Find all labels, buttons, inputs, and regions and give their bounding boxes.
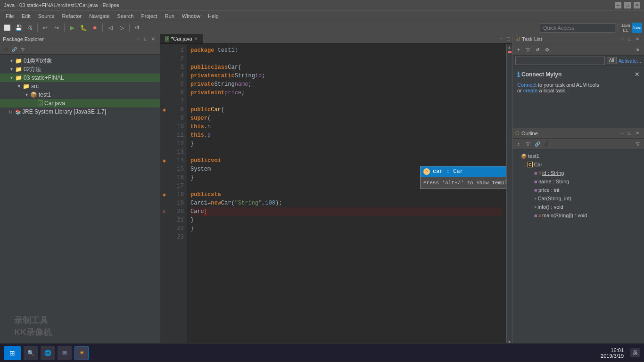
task-new-button[interactable]: + (514, 46, 523, 54)
pkg-icon-test1: 📦 (30, 91, 37, 98)
connect-mylyn-close-button[interactable]: ✕ (635, 71, 639, 78)
activate-button[interactable]: Activate... (619, 58, 641, 64)
tree-item-test1[interactable]: ▼ 📦 test1 (0, 90, 160, 99)
task-settings-button[interactable]: ⚙ (543, 46, 551, 54)
gutter-18: ◆ (163, 190, 166, 199)
tree-item-src[interactable]: ▼ 📁 src (0, 82, 160, 90)
outline-menu-button[interactable]: ▽ (634, 140, 642, 148)
outline-filter-button[interactable]: ▽ (524, 140, 532, 148)
outline-sync-button[interactable]: 🔗 (533, 140, 542, 148)
menu-help[interactable]: Help (204, 12, 223, 20)
outline-sort-button[interactable]: ↕ (514, 140, 523, 148)
gutter-14: ◆ (163, 156, 166, 165)
collapse-all-button[interactable]: ⬛ (2, 46, 9, 53)
refresh-button[interactable]: ↺ (132, 23, 142, 33)
tree-label-jre: JRE System Library [JavaSE-1.7] (22, 108, 106, 115)
code-line-1: package test1; (190, 46, 503, 55)
toolbar-sep-4 (129, 24, 130, 32)
outline-item-constructor[interactable]: ● Car(String, int) (512, 194, 644, 203)
outline-close-button[interactable]: ✕ (634, 130, 641, 137)
taskbar-lang-button[interactable]: 英 (630, 348, 640, 357)
code-content[interactable]: package test1; public class Car { privat… (187, 44, 506, 345)
outline-item-main[interactable]: ◼ S main(String[]) : void (512, 211, 644, 220)
task-close-button[interactable]: ✕ (634, 35, 641, 43)
left-panel: Package Explorer ─ □ ✕ ⬛ 🔗 ▽ ▼ 📁 01类和对象 … (0, 34, 160, 352)
tree-item-carjava[interactable]: J Car.java (0, 99, 160, 107)
debug-button[interactable]: 🐛 (78, 23, 89, 33)
print-button[interactable]: 🖨 (25, 23, 35, 33)
menu-run[interactable]: Run (161, 12, 178, 20)
code-line-18: public sta (190, 190, 503, 199)
task-view-menu-button[interactable]: ≡ (634, 46, 642, 54)
outline-item-name[interactable]: ◼ name : String (512, 177, 644, 186)
java-button[interactable]: Java (632, 23, 642, 33)
outline-label-info: info() : void (537, 204, 563, 210)
center-panel: J *Car.java ✕ ─ □ ◆ (160, 34, 512, 352)
menu-refactor[interactable]: Refactor (58, 12, 86, 20)
forward-button[interactable]: ▷ (116, 23, 127, 33)
tab-close-button[interactable]: ✕ (194, 36, 198, 41)
menu-source[interactable]: Source (34, 12, 58, 20)
outline-item-price[interactable]: ◼ price : int (512, 186, 644, 194)
maximize-panel-button[interactable]: □ (142, 35, 149, 43)
editor-tab-carjava[interactable]: J *Car.java ✕ (160, 34, 203, 43)
menu-search[interactable]: Search (114, 12, 138, 20)
minimize-panel-button[interactable]: ─ (134, 35, 142, 43)
quick-access-box[interactable]: Quick Access (540, 23, 615, 33)
priv-method-icon-main: ◼ (534, 214, 537, 218)
ln-21: 21 (168, 216, 184, 224)
taskbar-search-button[interactable]: 🔍 (24, 346, 38, 360)
menu-edit[interactable]: Edit (18, 12, 34, 20)
java-ee-button[interactable]: Java EE (620, 23, 631, 33)
maximize-button[interactable]: □ (624, 2, 631, 8)
outline-item-test1[interactable]: 📦 test1 (512, 152, 644, 160)
back-button[interactable]: ◁ (105, 23, 116, 33)
view-menu-button[interactable]: ▽ (19, 46, 26, 53)
tab-minimize-button[interactable]: ─ (498, 34, 505, 43)
tab-maximize-button[interactable]: □ (505, 34, 512, 43)
taskbar-browser-icon[interactable]: 🌐 (41, 346, 55, 360)
menu-project[interactable]: Project (137, 12, 161, 20)
start-button[interactable]: ⊞ (4, 346, 21, 360)
redo-button[interactable]: ↪ (51, 23, 62, 33)
taskbar-eclipse-icon[interactable]: ☀ (74, 346, 89, 360)
run-button[interactable]: ▶ (67, 23, 77, 33)
task-filter-button[interactable]: ▽ (524, 46, 532, 54)
task-maximize-button[interactable]: □ (626, 35, 634, 43)
code-line-3: public class Car { (190, 63, 503, 72)
task-search-input[interactable] (515, 57, 605, 65)
close-button[interactable]: ✕ (634, 2, 640, 8)
outline-item-info[interactable]: ● info() : void (512, 203, 644, 211)
create-link[interactable]: create (523, 88, 538, 93)
outline-collapse-button[interactable]: ⬛ (543, 140, 551, 148)
new-button[interactable]: ⬜ (2, 23, 12, 33)
autocomplete-item[interactable]: ○ car : Car (421, 166, 506, 177)
outline-minimize-button[interactable]: ─ (619, 130, 626, 137)
menu-window[interactable]: Window (178, 12, 204, 20)
scroll-top-button[interactable]: ▲ (507, 44, 512, 50)
code-line-7 (190, 97, 503, 106)
close-panel-button[interactable]: ✕ (149, 35, 157, 43)
stop-button[interactable]: ■ (90, 23, 100, 33)
taskbar-mail-icon[interactable]: ✉ (58, 346, 72, 360)
outline-item-car[interactable]: C Car (512, 160, 644, 169)
arrow-03: ▼ (9, 75, 15, 80)
connect-link[interactable]: Connect (517, 82, 537, 88)
undo-button[interactable]: ↩ (40, 23, 50, 33)
menu-file[interactable]: File (2, 12, 18, 20)
static-marker-main: S (538, 213, 541, 218)
tree-item-03[interactable]: ▼ 📁 03 static+FINAL (0, 74, 160, 82)
link-with-editor-button[interactable]: 🔗 (10, 46, 18, 53)
outline-item-id[interactable]: ◼ S id : String (512, 169, 644, 177)
menu-navigate[interactable]: Navigate (85, 12, 113, 20)
tree-item-02[interactable]: ▼ 📁 02方法 (0, 65, 160, 74)
find-button[interactable]: All (607, 57, 617, 64)
code-line-22: } (190, 224, 503, 233)
tree-item-01[interactable]: ▼ 📁 01类和对象 (0, 57, 160, 65)
task-sync-button[interactable]: ↺ (533, 46, 542, 54)
outline-maximize-button[interactable]: □ (626, 130, 634, 137)
save-button[interactable]: 💾 (13, 23, 24, 33)
tree-item-jre[interactable]: ▷ 📚 JRE System Library [JavaSE-1.7] (0, 107, 160, 116)
task-minimize-button[interactable]: ─ (619, 35, 626, 43)
minimize-button[interactable]: ─ (615, 2, 621, 8)
